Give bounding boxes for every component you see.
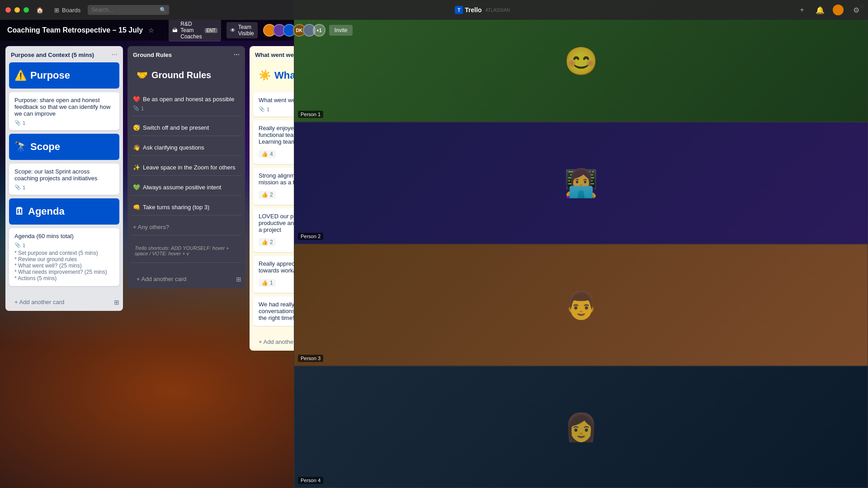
votes-5[interactable]: 👍 1 <box>259 279 276 287</box>
rule-card-6[interactable]: 👊Take turns sharing (top 3) <box>131 199 241 216</box>
went-well-text-1: What went well? <box>259 97 294 103</box>
rule-card-2[interactable]: 😴Switch off and be present <box>131 120 241 136</box>
team-badge: ENT <box>205 28 217 33</box>
attachment-count: 1 <box>23 120 25 126</box>
team-label: R&D Team Coaches <box>180 21 202 40</box>
rule-card-3[interactable]: 👋Ask clarifying questions <box>131 140 241 156</box>
purpose-text-card[interactable]: Purpose: share open and honest feedback … <box>9 92 119 130</box>
column-purpose: Purpose and Context (5 mins) ··· ⚠️ Purp… <box>5 46 123 311</box>
agenda-text-card[interactable]: Agenda (60 mins total) 📎 1 * Set purpose… <box>9 228 119 286</box>
attachment-icon: 📎 <box>14 120 21 126</box>
scope-text: Scope: our last Sprint across coaching p… <box>14 168 114 182</box>
template-icon-ground[interactable]: ⊞ <box>236 276 241 283</box>
minimize-dot[interactable] <box>14 7 20 13</box>
purpose-text: Purpose: share open and honest feedback … <box>14 97 114 117</box>
went-well-footer-4: 👍 2 <box>259 237 294 248</box>
video-tile-4: 👩 Person 4 <box>294 366 868 488</box>
add-card-ground-rules[interactable]: + Add another card <box>131 272 236 286</box>
add-button[interactable]: + <box>796 4 808 16</box>
titlebar-center: T Trello ATLASSIAN <box>173 6 792 14</box>
maximize-dot[interactable] <box>24 7 29 13</box>
attach-count: 1 <box>267 107 269 112</box>
rule-others[interactable]: + Any others? <box>131 219 241 235</box>
shortcut-text: Trello shortcuts: ADD YOURSELF: hover + … <box>133 244 240 258</box>
attachment-count-2: 1 <box>23 185 25 190</box>
rule-card-1[interactable]: ❤️Be as open and honest as possible 📎 1 <box>131 91 241 116</box>
ground-rules-hero-card[interactable]: 🤝 Ground Rules <box>131 62 241 88</box>
titlebar-actions: + 🔔 ⚙ <box>796 4 863 16</box>
home-nav[interactable]: 🏠 <box>33 5 47 15</box>
votes-4[interactable]: 👍 2 <box>259 238 276 246</box>
invite-button[interactable]: Invite <box>329 25 353 36</box>
video-tile-3: 👨 Person 3 <box>294 244 868 366</box>
video-content-2: 👩‍💻 <box>564 167 598 199</box>
boards-label: Boards <box>62 7 80 14</box>
column-purpose-menu[interactable]: ··· <box>112 51 118 59</box>
video-content-4: 👩 <box>564 411 598 443</box>
vote-count-3: 2 <box>270 192 273 198</box>
template-icon-purpose[interactable]: ⊞ <box>114 299 119 306</box>
user-avatar[interactable] <box>833 5 844 15</box>
star-button[interactable]: ☆ <box>148 27 154 34</box>
column-went-well-footer: + Add another card ⊞ <box>250 333 294 351</box>
video-name-1: Person 1 <box>298 111 323 118</box>
atlassian-label: ATLASSIAN <box>486 8 510 13</box>
purpose-emoji: ⚠️ <box>14 70 27 81</box>
rule-1-attachment: 📎 1 <box>133 105 240 111</box>
notification-button[interactable]: 🔔 <box>814 4 826 16</box>
rule-text-2: 😴Switch off and be present <box>133 124 240 131</box>
avatar-button[interactable] <box>832 4 844 16</box>
went-well-hero-card[interactable]: ☀️ What went well? <box>253 62 294 89</box>
visibility-label: Team Visible <box>238 24 254 37</box>
column-ground-rules-menu[interactable]: ··· <box>234 51 240 59</box>
agenda-item-2: * Review our ground rules <box>14 256 114 263</box>
went-well-footer-5: 👍 1 <box>259 277 294 288</box>
scope-emoji: 🔭 <box>14 141 27 153</box>
video-name-4: Person 4 <box>298 477 323 484</box>
rule-card-5[interactable]: 💚Always assume positive intent <box>131 179 241 196</box>
went-well-attach-1: 📎 1 <box>259 106 294 112</box>
rule-card-4[interactable]: ✨Leave space in the Zoom for others <box>131 160 241 176</box>
video-content-1: 😊 <box>564 45 598 77</box>
team-chip[interactable]: 🏔 R&D Team Coaches ENT <box>169 19 221 42</box>
visibility-chip[interactable]: 👁 Team Visible <box>226 22 258 38</box>
votes-2[interactable]: 👍 4 <box>259 150 276 158</box>
went-well-footer-2: 👍 4 <box>259 149 294 160</box>
person-icon-2: 👩‍💻 <box>564 167 598 199</box>
add-card-purpose[interactable]: + Add another card <box>9 295 114 309</box>
rule-text-3: 👋Ask clarifying questions <box>133 144 240 151</box>
rule-text-4: ✨Leave space in the Zoom for others <box>133 164 240 171</box>
went-well-hero-label: What went well? <box>274 70 294 81</box>
purpose-hero-card[interactable]: ⚠️ Purpose <box>9 62 119 89</box>
went-well-card-2[interactable]: Really enjoyed working as a cross-functi… <box>253 120 294 164</box>
search-input[interactable] <box>88 5 169 15</box>
agenda-item-3: * What went well? (25 mins) <box>14 263 114 269</box>
close-dot[interactable] <box>5 7 11 13</box>
boards-nav[interactable]: ⊞ Boards <box>51 5 84 15</box>
video-bg-4: 👩 <box>294 366 868 488</box>
went-well-card-4[interactable]: LOVED our project kickoff – super produc… <box>253 208 294 252</box>
thumb-icon: 👍 <box>261 192 268 198</box>
visibility-icon: 👁 <box>230 27 236 33</box>
video-content-3: 👨 <box>564 289 598 321</box>
video-bg-3: 👨 <box>294 244 868 366</box>
trello-brand: Trello <box>465 6 481 14</box>
attach-icon: 📎 <box>259 106 265 112</box>
agenda-hero-card[interactable]: 🗓 Agenda <box>9 198 119 225</box>
scope-hero-card[interactable]: 🔭 Scope <box>9 134 119 160</box>
went-well-card-1[interactable]: What went well? 📎 1 <box>253 92 294 117</box>
votes-3[interactable]: 👍 2 <box>259 191 276 199</box>
went-well-card-6[interactable]: We had really productive, but tough conv… <box>253 296 294 326</box>
attach-count: 1 <box>141 106 144 111</box>
avatar-more[interactable]: +1 <box>313 24 326 37</box>
scope-label: Scope <box>30 141 60 153</box>
settings-button[interactable]: ⚙ <box>850 4 863 16</box>
scope-text-card[interactable]: Scope: our last Sprint across coaching p… <box>9 164 119 195</box>
went-well-card-5[interactable]: Really appreciate everyone's respect tow… <box>253 256 294 293</box>
went-well-card-3[interactable]: Strong alignment to our purpose and miss… <box>253 168 294 205</box>
video-name-3: Person 3 <box>298 355 323 362</box>
add-card-went-well[interactable]: + Add another card <box>253 335 294 349</box>
went-well-text-3: Strong alignment to our purpose and miss… <box>259 172 294 186</box>
person-icon-1: 😊 <box>564 45 598 77</box>
thumb-icon: 👍 <box>261 280 268 286</box>
